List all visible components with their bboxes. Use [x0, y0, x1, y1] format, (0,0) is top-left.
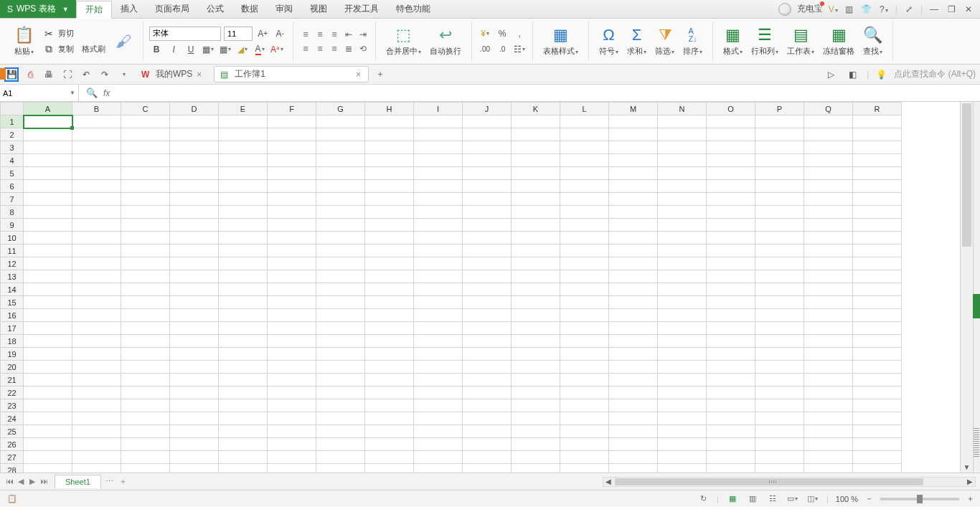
cell[interactable]	[170, 232, 219, 245]
cell[interactable]	[121, 322, 170, 335]
cell[interactable]	[219, 361, 268, 374]
cell[interactable]	[72, 425, 121, 438]
cell[interactable]	[219, 309, 268, 322]
cell[interactable]	[609, 425, 658, 438]
fx-icon[interactable]: fx	[103, 88, 110, 98]
status-clipboard-icon[interactable]: 📋	[6, 493, 19, 505]
row-header[interactable]: 10	[1, 232, 24, 245]
cell[interactable]	[414, 361, 463, 374]
cell[interactable]	[560, 193, 609, 206]
col-header[interactable]: I	[414, 103, 463, 115]
cell[interactable]	[853, 154, 902, 167]
vertical-scrollbar[interactable]: ▲ ▼	[960, 102, 973, 473]
cell[interactable]	[755, 206, 804, 219]
cell[interactable]	[707, 438, 755, 451]
cell[interactable]	[121, 245, 170, 257]
cell[interactable]	[170, 361, 219, 374]
window-restore[interactable]: ❐	[946, 4, 957, 14]
cell[interactable]	[707, 464, 755, 473]
cell[interactable]	[72, 283, 121, 296]
cell[interactable]	[658, 412, 707, 425]
cell[interactable]	[755, 141, 804, 154]
zoom-slider[interactable]	[880, 498, 959, 500]
cell[interactable]	[755, 167, 804, 180]
row-header[interactable]: 11	[1, 245, 24, 257]
align-justify[interactable]: ≣	[342, 42, 355, 55]
cell[interactable]	[219, 141, 268, 154]
cell[interactable]	[804, 374, 853, 386]
cell[interactable]	[72, 154, 121, 167]
cell[interactable]	[804, 270, 853, 283]
menu-tab-7[interactable]: 开发工具	[336, 0, 387, 18]
view-reading-icon[interactable]: ▭▾	[786, 493, 799, 505]
cell[interactable]	[414, 425, 463, 438]
cell[interactable]	[804, 257, 853, 270]
cell[interactable]	[609, 438, 658, 451]
cell[interactable]	[609, 296, 658, 309]
row-header[interactable]: 17	[1, 322, 24, 335]
cell[interactable]	[658, 399, 707, 412]
copy-button[interactable]: ⧉复制	[42, 43, 74, 56]
cell[interactable]	[853, 374, 902, 386]
cell[interactable]	[853, 335, 902, 348]
cell[interactable]	[365, 167, 414, 180]
help-button[interactable]: ?▾	[878, 4, 890, 14]
cell[interactable]	[560, 128, 609, 141]
cell[interactable]	[24, 374, 72, 386]
cell[interactable]	[755, 245, 804, 257]
cell[interactable]	[365, 245, 414, 257]
sheet-table[interactable]: ABCDEFGHIJKLMNOPQR1234567891011121314151…	[0, 102, 902, 473]
cell[interactable]	[707, 232, 755, 245]
cell[interactable]	[755, 335, 804, 348]
cell[interactable]	[609, 348, 658, 361]
hscroll-thumb[interactable]	[615, 478, 923, 485]
cell[interactable]	[609, 154, 658, 167]
cell[interactable]	[463, 257, 512, 270]
cell[interactable]	[853, 451, 902, 464]
cell[interactable]	[24, 412, 72, 425]
cell[interactable]	[219, 335, 268, 348]
align-top-center[interactable]: ≡	[314, 28, 326, 41]
cell[interactable]	[414, 412, 463, 425]
cell[interactable]	[219, 412, 268, 425]
cell[interactable]	[316, 232, 365, 245]
cell[interactable]	[609, 257, 658, 270]
cell[interactable]	[707, 283, 755, 296]
cell[interactable]	[853, 193, 902, 206]
cell[interactable]	[72, 115, 121, 128]
cell[interactable]	[414, 128, 463, 141]
cell[interactable]	[316, 154, 365, 167]
zoom-out-button[interactable]: －	[865, 493, 873, 504]
cell[interactable]	[24, 361, 72, 374]
cell[interactable]	[268, 206, 316, 219]
col-header[interactable]: Q	[804, 103, 853, 115]
cell[interactable]	[24, 232, 72, 245]
cell[interactable]	[560, 232, 609, 245]
cell[interactable]	[755, 374, 804, 386]
print-preview-button[interactable]: ⛶	[60, 67, 75, 82]
freeze-button[interactable]: ▦冻结窗格	[819, 24, 859, 58]
percent-button[interactable]: %	[495, 27, 509, 41]
menu-tab-2[interactable]: 页面布局	[146, 0, 198, 18]
cell[interactable]	[316, 296, 365, 309]
menu-tab-1[interactable]: 插入	[112, 0, 146, 18]
cell[interactable]	[170, 270, 219, 283]
cell[interactable]	[24, 386, 72, 399]
cell[interactable]	[755, 193, 804, 206]
cell[interactable]	[316, 141, 365, 154]
new-tab-button[interactable]: ＋	[373, 67, 387, 82]
cell[interactable]	[463, 296, 512, 309]
window-minimize[interactable]: —	[928, 4, 940, 14]
skin-icon[interactable]: ▥	[844, 4, 855, 14]
cell[interactable]	[853, 245, 902, 257]
cell[interactable]	[755, 438, 804, 451]
cell[interactable]	[170, 219, 219, 232]
cell[interactable]	[658, 361, 707, 374]
cell[interactable]	[219, 386, 268, 399]
cell[interactable]	[804, 128, 853, 141]
comma-button[interactable]: ,	[512, 27, 527, 41]
cell[interactable]	[316, 193, 365, 206]
cell[interactable]	[707, 219, 755, 232]
col-header[interactable]: D	[170, 103, 219, 115]
cell[interactable]	[365, 193, 414, 206]
